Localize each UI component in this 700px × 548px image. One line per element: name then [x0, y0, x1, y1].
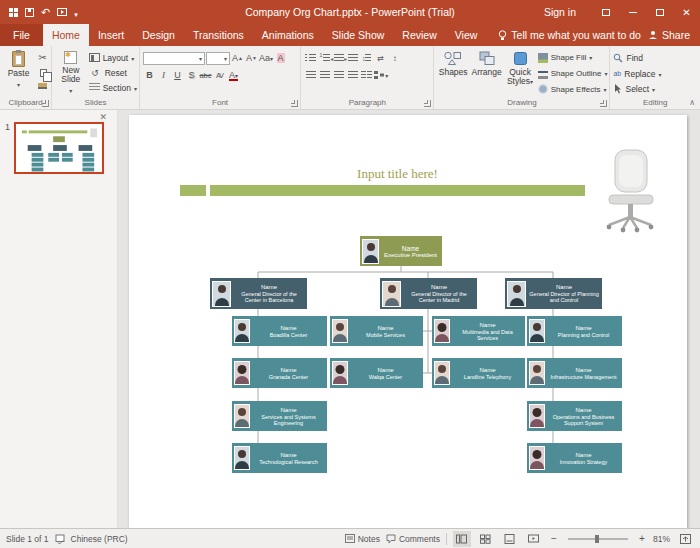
tab-design[interactable]: Design	[133, 24, 184, 46]
slide-show-view-button[interactable]	[525, 531, 543, 547]
change-case-icon[interactable]: Aa	[259, 52, 273, 65]
tab-review[interactable]: Review	[393, 24, 445, 46]
tab-slide-show[interactable]: Slide Show	[323, 24, 394, 46]
grow-font-icon[interactable]: A▲	[231, 52, 244, 65]
collapse-ribbon-icon[interactable]: ∧	[689, 98, 695, 107]
quick-styles-button[interactable]: Quick Styles	[504, 49, 535, 96]
restore-icon[interactable]	[646, 0, 673, 24]
section-button[interactable]: Section	[89, 81, 137, 94]
clipboard-dialog-launcher-icon[interactable]	[42, 100, 49, 107]
text-direction-icon[interactable]: ⇄	[374, 52, 387, 65]
tab-file[interactable]: File	[0, 24, 43, 46]
cut-icon[interactable]: ✂	[36, 51, 49, 64]
font-dialog-launcher-icon[interactable]	[291, 100, 298, 107]
zoom-slider-thumb[interactable]	[595, 535, 599, 543]
zoom-in-button[interactable]: +	[637, 533, 647, 544]
normal-view-button[interactable]	[453, 531, 471, 547]
org-box-innovation-strategy[interactable]: NameInnovation Strategy	[527, 443, 622, 473]
fit-slide-to-window-button[interactable]	[676, 531, 694, 547]
slide-indicator[interactable]: Slide 1 of 1	[6, 534, 49, 544]
slide-1[interactable]: Input title here! Name Execut	[129, 115, 687, 528]
tell-me-box[interactable]: Tell me what you want to do	[498, 24, 641, 46]
sign-in-link[interactable]: Sign in	[544, 6, 576, 18]
text-shadow-icon[interactable]: S	[185, 69, 198, 82]
increase-indent-icon[interactable]	[346, 52, 359, 65]
tab-view[interactable]: View	[446, 24, 487, 46]
org-box-technological-research[interactable]: NameTechnological Research	[232, 443, 327, 473]
shape-outline-button[interactable]: Shape Outline	[538, 67, 608, 81]
align-center-icon[interactable]	[318, 69, 331, 82]
columns-icon[interactable]	[360, 69, 373, 82]
paste-dropdown-icon[interactable]	[17, 80, 20, 90]
zoom-level[interactable]: 81%	[653, 534, 670, 544]
replace-button[interactable]: ab Replace	[613, 67, 661, 81]
org-box-operations-bss[interactable]: NameOperations and Business Support Syst…	[527, 401, 622, 431]
app-menu-icon[interactable]	[9, 8, 18, 17]
close-icon[interactable]: ✕	[673, 0, 700, 24]
reset-button[interactable]: ↺Reset	[89, 66, 137, 79]
align-left-icon[interactable]	[304, 69, 317, 82]
tab-home[interactable]: Home	[43, 24, 89, 46]
org-box-director-planning[interactable]: Name General Director of Planning and Co…	[505, 278, 602, 309]
org-box-multimedia-data[interactable]: NameMultimedia and Data Services	[432, 316, 525, 346]
drawing-dialog-launcher-icon[interactable]	[600, 100, 607, 107]
org-box-walqa-center[interactable]: NameWalqa Center	[330, 358, 423, 388]
org-box-planning-control[interactable]: NamePlanning and Control	[527, 316, 622, 346]
slide-sorter-view-button[interactable]	[477, 531, 495, 547]
shape-fill-button[interactable]: Shape Fill	[538, 51, 608, 65]
font-name-combobox[interactable]	[143, 52, 205, 65]
convert-to-smartart-icon[interactable]	[374, 69, 388, 82]
bullets-icon[interactable]	[304, 52, 317, 65]
language-indicator[interactable]: Chinese (PRC)	[71, 534, 128, 544]
org-box-infrastructure[interactable]: NameInfrastructure Management	[527, 358, 622, 388]
zoom-slider[interactable]	[568, 538, 628, 540]
zoom-out-button[interactable]: −	[549, 533, 559, 544]
tab-transitions[interactable]: Transitions	[184, 24, 253, 46]
share-button[interactable]: Share	[648, 24, 700, 46]
org-box-director-barcelona[interactable]: Name General Director of the Center in B…	[210, 278, 307, 309]
start-slideshow-icon[interactable]	[57, 8, 67, 16]
character-spacing-icon[interactable]: AV	[213, 69, 226, 82]
find-button[interactable]: Find	[613, 51, 661, 65]
align-right-icon[interactable]	[332, 69, 345, 82]
org-box-executive-president[interactable]: Name Executive President	[360, 236, 442, 266]
new-slide-dropdown-icon[interactable]	[69, 86, 72, 96]
org-box-mobile-services[interactable]: NameMobile Services	[330, 316, 423, 346]
reading-view-button[interactable]	[501, 531, 519, 547]
spell-check-button[interactable]	[55, 534, 65, 544]
slide-1-thumbnail[interactable]	[14, 122, 104, 174]
font-color-icon[interactable]: A	[227, 69, 240, 82]
paste-button[interactable]: Paste	[3, 49, 34, 96]
tab-insert[interactable]: Insert	[89, 24, 133, 46]
justify-icon[interactable]	[346, 69, 359, 82]
strikethrough-icon[interactable]: abc	[199, 69, 212, 82]
italic-icon[interactable]: I	[157, 69, 170, 82]
org-box-granada-center[interactable]: NameGranada Center	[232, 358, 327, 388]
shape-effects-button[interactable]: Shape Effects	[538, 82, 608, 96]
layout-button[interactable]: Layout	[89, 51, 137, 64]
save-icon[interactable]	[25, 8, 34, 17]
shapes-button[interactable]: Shapes	[437, 49, 468, 96]
format-painter-icon[interactable]	[36, 81, 49, 94]
underline-icon[interactable]: U	[171, 69, 184, 82]
close-pane-icon[interactable]: ✕	[99, 112, 107, 122]
undo-icon[interactable]: ↶	[41, 7, 50, 17]
shrink-font-icon[interactable]: A▼	[245, 52, 258, 65]
org-box-services-systems[interactable]: NameServices and Systems Engineering	[232, 401, 327, 431]
font-size-combobox[interactable]	[206, 52, 230, 65]
paragraph-dialog-launcher-icon[interactable]	[424, 100, 431, 107]
bold-icon[interactable]: B	[143, 69, 156, 82]
org-box-director-madrid[interactable]: Name General Director of the Center in M…	[380, 278, 477, 309]
notes-button[interactable]: Notes	[345, 534, 380, 544]
ribbon-display-options-icon[interactable]	[592, 0, 619, 24]
customize-qat-icon[interactable]	[74, 3, 78, 21]
line-spacing-icon[interactable]: ↕	[360, 52, 373, 65]
align-text-icon[interactable]: ↕	[388, 52, 401, 65]
clear-formatting-icon[interactable]: A	[274, 52, 287, 65]
arrange-button[interactable]: Arrange	[471, 49, 502, 96]
org-box-landline-telephony[interactable]: NameLandline Telephony	[432, 358, 525, 388]
comments-button[interactable]: Comments	[386, 534, 440, 544]
copy-icon[interactable]	[36, 66, 49, 79]
new-slide-button[interactable]: New Slide	[55, 49, 87, 96]
minimize-icon[interactable]	[619, 0, 646, 24]
